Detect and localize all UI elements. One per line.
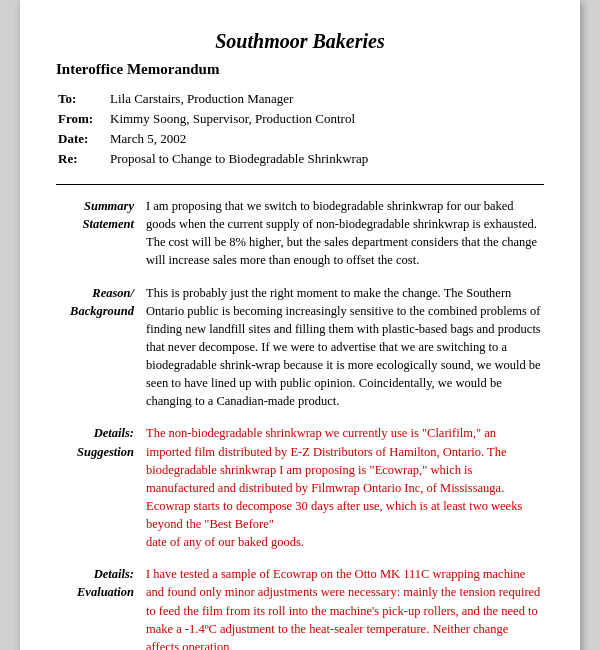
document-subtitle: Interoffice Memorandum <box>56 61 544 78</box>
details-suggestion-section: Details:Suggestion The non-biodegradable… <box>56 424 544 551</box>
date-value: March 5, 2002 <box>110 130 542 148</box>
details-evaluation-section: Details:Evaluation I have tested a sampl… <box>56 565 544 650</box>
reason-label: Reason/Background <box>56 284 146 411</box>
re-value: Proposal to Change to Biodegradable Shri… <box>110 150 542 168</box>
reason-section: Reason/Background This is probably just … <box>56 284 544 411</box>
details-suggestion-label: Details:Suggestion <box>56 424 146 551</box>
reason-content: This is probably just the right moment t… <box>146 284 544 411</box>
details-evaluation-label: Details:Evaluation <box>56 565 146 650</box>
document-page: Southmoor Bakeries Interoffice Memorandu… <box>20 0 580 650</box>
from-value: Kimmy Soong, Supervisor, Production Cont… <box>110 110 542 128</box>
summary-content: I am proposing that we switch to biodegr… <box>146 197 544 270</box>
details-suggestion-content: The non-biodegradable shrinkwrap we curr… <box>146 424 544 551</box>
from-label: From: <box>58 110 108 128</box>
header-table: To: Lila Carstairs, Production Manager F… <box>56 88 544 170</box>
details-evaluation-content: I have tested a sample of Ecowrap on the… <box>146 565 544 650</box>
summary-label: SummaryStatement <box>56 197 146 270</box>
re-label: Re: <box>58 150 108 168</box>
header-divider <box>56 184 544 185</box>
to-value: Lila Carstairs, Production Manager <box>110 90 542 108</box>
to-label: To: <box>58 90 108 108</box>
document-title: Southmoor Bakeries <box>56 30 544 53</box>
summary-section: SummaryStatement I am proposing that we … <box>56 197 544 270</box>
date-label: Date: <box>58 130 108 148</box>
